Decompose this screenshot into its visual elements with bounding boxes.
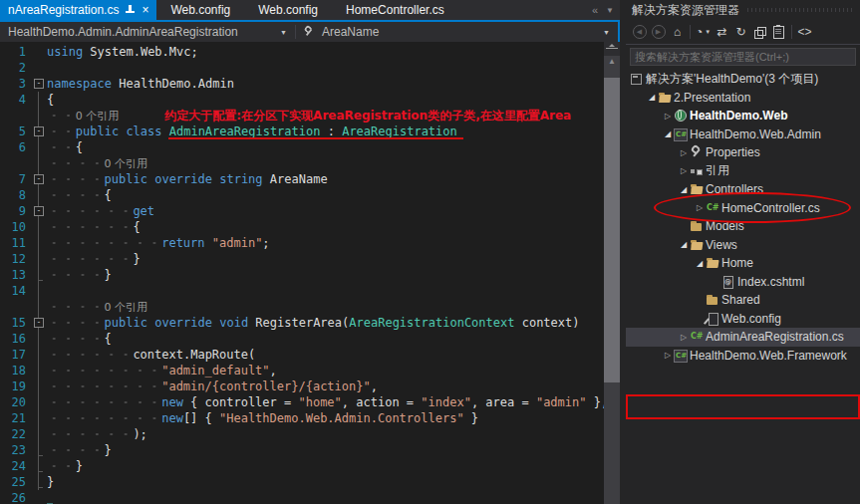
tree-item-healthdemo-web-admin[interactable]: ◢HealthDemo.Web.Admin: [626, 126, 860, 144]
chevron-down-icon[interactable]: ▼: [280, 29, 287, 36]
fold-toggle-icon[interactable]: -: [34, 126, 44, 136]
outline-margin: [31, 363, 47, 378]
line-number: 15: [0, 315, 31, 331]
code-text: {: [47, 219, 604, 235]
sync-with-active-document-icon[interactable]: ⇄: [713, 21, 731, 43]
outline-margin: -: [31, 315, 47, 331]
code-line-9: 9-get: [0, 203, 604, 219]
folder-open-icon: [658, 91, 673, 105]
tree-item-healthdemo-web-framework[interactable]: ▷HealthDemo.Web.Framework: [626, 347, 860, 366]
code-text: [47, 283, 604, 299]
outline-margin: [31, 155, 47, 171]
expand-arrow-icon[interactable]: ▷: [662, 351, 674, 360]
code-line-5: 5-public class AdminAreaRegistration : A…: [0, 124, 604, 139]
tree-item-home[interactable]: ◢Home: [626, 254, 860, 273]
line-number: 14: [0, 283, 31, 299]
text-cursor: [47, 492, 53, 504]
tree-item-item[interactable]: ▷引用: [626, 162, 860, 181]
collapse-all-icon[interactable]: [750, 21, 769, 43]
tree-item-healthdemo-web[interactable]: ▷HealthDemo.Web: [626, 107, 860, 126]
codelens-references[interactable]: 0 个引用: [76, 110, 120, 123]
expand-arrow-icon[interactable]: ▷: [678, 333, 690, 342]
collapse-arrow-icon[interactable]: ◢: [678, 240, 690, 249]
back-icon[interactable]: ◀: [630, 21, 649, 43]
code-text: 0 个引用: [47, 155, 604, 171]
outline-margin: [31, 283, 47, 299]
tree-item-2-presentation[interactable]: ◢2.Presentation: [626, 89, 860, 108]
pin-icon[interactable]: [126, 5, 135, 15]
tab-narearegistration-cs-0[interactable]: nAreaRegistration.cs×: [0, 0, 156, 20]
tree-item-label: Shared: [721, 293, 760, 307]
solution-icon: [630, 72, 645, 86]
tab-homecontroller-cs-3[interactable]: HomeController.cs: [332, 0, 458, 20]
code-line-13: 13}: [0, 267, 604, 283]
collapse-arrow-icon[interactable]: ◢: [662, 129, 674, 138]
type-dropdown[interactable]: HealthDemo.Admin.AdminAreaRegistration ▼: [0, 25, 295, 39]
code-text: [47, 60, 604, 76]
home-icon[interactable]: ⌂: [668, 21, 687, 43]
expand-arrow-icon[interactable]: ▷: [678, 148, 690, 157]
member-dropdown[interactable]: AreaName ▼: [295, 25, 620, 39]
tree-item-healthdemo-3[interactable]: 解决方案'HealthDemo'(3 个项目): [626, 70, 860, 89]
forward-icon[interactable]: ▶: [649, 21, 668, 43]
fold-toggle-icon[interactable]: -: [34, 174, 44, 184]
line-number: 17: [0, 347, 31, 363]
config-file-icon: [706, 312, 720, 326]
search-input[interactable]: [630, 48, 856, 66]
collapse-arrow-icon[interactable]: ◢: [646, 93, 658, 102]
line-number: [0, 299, 31, 315]
pending-changes-filter-icon[interactable]: ◔▼: [694, 21, 713, 43]
tree-item-label: Properties: [706, 145, 760, 159]
show-all-files-icon[interactable]: [769, 21, 788, 43]
line-number: 26: [0, 490, 31, 504]
code-text: "admin_default",: [47, 363, 604, 378]
outline-margin: [31, 410, 47, 426]
outline-margin: [31, 251, 47, 267]
tree-item-shared[interactable]: Shared: [626, 291, 860, 310]
tab-web-config-1[interactable]: Web.config: [156, 0, 244, 20]
solution-tree: 解决方案'HealthDemo'(3 个项目)◢2.Presentation▷H…: [626, 70, 860, 504]
line-number: 5: [0, 124, 31, 139]
collapse-arrow-icon[interactable]: ◢: [694, 259, 706, 268]
scroll-up-icon[interactable]: ▲: [604, 56, 620, 68]
split-editor-handle[interactable]: [604, 42, 620, 56]
view-code-icon[interactable]: <>: [795, 21, 814, 43]
code-editor[interactable]: 1using System.Web.Mvc;23-namespace Healt…: [0, 42, 604, 504]
codelens-references[interactable]: 0 个引用: [105, 301, 148, 314]
csharp-project-icon: [674, 349, 689, 363]
editor-scrollbar[interactable]: ▲: [604, 42, 620, 504]
tab-web-config-2[interactable]: Web.config: [244, 0, 332, 20]
fold-toggle-icon[interactable]: -: [34, 79, 44, 89]
tree-item-properties[interactable]: ▷Properties: [626, 143, 860, 162]
code-line-1: 1using System.Web.Mvc;: [0, 44, 604, 60]
close-icon[interactable]: ×: [142, 4, 148, 16]
tree-item-views[interactable]: ◢Views: [626, 236, 860, 255]
expand-arrow-icon[interactable]: ▷: [678, 166, 690, 175]
outline-margin: [31, 442, 47, 458]
fold-toggle-icon[interactable]: -: [34, 206, 44, 216]
tree-item-web-config[interactable]: Web.config: [626, 310, 860, 329]
panel-title-text: 解决方案资源管理器: [632, 2, 739, 19]
scroll-tabs-left-icon[interactable]: «: [592, 4, 598, 16]
collapse-arrow-icon[interactable]: ◢: [678, 185, 690, 194]
tree-item-index-cshtml[interactable]: Index.cshtml: [626, 273, 860, 292]
outline-margin: [31, 108, 47, 124]
line-number: 9: [0, 203, 31, 219]
folder-open-icon: [706, 256, 720, 270]
refresh-icon[interactable]: ↻: [731, 21, 750, 43]
fold-toggle-icon[interactable]: -: [34, 318, 44, 328]
tree-item-label: 引用: [706, 162, 729, 179]
vs-window: nAreaRegistration.cs×Web.configWeb.confi…: [0, 0, 860, 504]
line-number: 13: [0, 267, 31, 283]
codelens-references[interactable]: 0 个引用: [105, 157, 148, 170]
tree-item-adminarearegistration-cs[interactable]: ▷AdminAreaRegistration.cs: [626, 328, 860, 347]
scrollbar-thumb[interactable]: [604, 78, 620, 382]
line-number: 18: [0, 363, 31, 378]
expand-arrow-icon[interactable]: ▷: [662, 112, 674, 121]
tab-list-menu-icon[interactable]: ▼: [606, 6, 614, 15]
chevron-down-icon[interactable]: ▼: [603, 29, 610, 36]
outline-margin: [31, 331, 47, 347]
code-text: }: [47, 458, 604, 474]
outline-margin: [31, 474, 47, 490]
line-number: 23: [0, 442, 31, 458]
